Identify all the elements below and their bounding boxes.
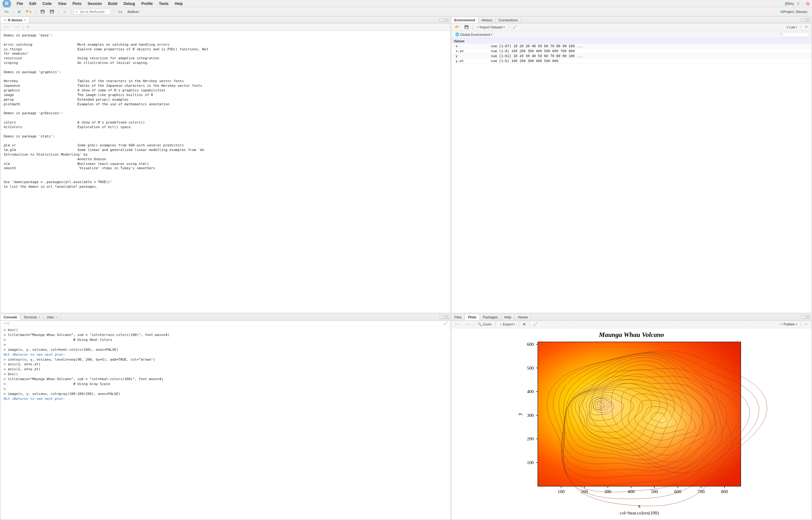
maximize-pane-button[interactable]: ▢ xyxy=(445,315,449,319)
tab-console[interactable]: Console xyxy=(1,314,20,320)
disks-icon: 💾 xyxy=(50,9,54,14)
menu-file[interactable]: File xyxy=(14,2,26,6)
env-search-input[interactable] xyxy=(779,32,810,37)
remove-icon: ✖ xyxy=(523,322,526,327)
menu-edit[interactable]: Edit xyxy=(26,2,40,6)
new-file-button[interactable]: ⊕ xyxy=(2,9,10,14)
minimize-pane-button[interactable]: – xyxy=(440,18,444,22)
save-all-button[interactable]: 💾 xyxy=(48,9,56,14)
source-toolbar: ⟵ ⟶ ⧉ xyxy=(1,24,450,31)
console-line: > xyxy=(4,387,447,392)
addins-button[interactable]: Addins xyxy=(125,9,141,14)
show-in-window-button[interactable]: ⧉ xyxy=(25,24,31,30)
menu-tools[interactable]: Tools xyxy=(156,2,172,6)
grid-icon: ▦ xyxy=(118,9,121,14)
project-menu[interactable]: ▣ Project: (None) xyxy=(778,9,810,14)
tab-help[interactable]: Help xyxy=(501,314,515,320)
env-scope-button[interactable]: 🌐 Global Environment xyxy=(453,32,495,37)
print-button[interactable]: 🖨 xyxy=(61,9,68,14)
prev-plot-button[interactable]: ⟵ xyxy=(453,322,462,327)
menu-plots[interactable]: Plots xyxy=(69,2,84,6)
x-tick-label: 400 xyxy=(628,489,635,494)
list-view-button[interactable]: ≡ List xyxy=(785,25,799,30)
clear-console-button[interactable]: 🧹 xyxy=(443,321,448,326)
close-icon[interactable]: × xyxy=(24,18,26,22)
y-axis-label: y xyxy=(516,413,523,415)
menu-profile[interactable]: Profile xyxy=(138,2,156,6)
disk-icon: 💾 xyxy=(41,9,45,14)
save-button[interactable]: 💾 xyxy=(39,9,47,14)
refresh-icon: ⟳ xyxy=(805,25,808,29)
minimize-pane-button[interactable]: – xyxy=(801,315,805,319)
load-workspace-button[interactable]: 📂 xyxy=(453,24,461,30)
tab-viewer[interactable]: Viewer xyxy=(515,314,531,320)
tab-terminal[interactable]: Terminal× xyxy=(20,314,43,320)
tab-history[interactable]: History xyxy=(479,17,496,23)
publish-button[interactable]: ⟳ Publish xyxy=(778,322,799,327)
zoom-button[interactable]: 🔍 Zoom xyxy=(476,322,493,327)
console-line: > image(x, y, volcano, col=heat.colors(1… xyxy=(4,347,447,352)
tab-files[interactable]: Files xyxy=(451,314,465,320)
menu-help[interactable]: Help xyxy=(172,2,186,6)
close-icon[interactable]: × xyxy=(56,316,57,319)
publish-label: Publish xyxy=(784,322,795,326)
plots-tabbar: FilesPlotsPackagesHelpViewer – ▢ xyxy=(451,314,811,321)
export-button[interactable]: ⤓ Export xyxy=(498,322,517,327)
env-row[interactable]: x.atnum [1:8] 100 200 300 400 500 600 70… xyxy=(451,49,811,54)
goto-file-input[interactable] xyxy=(74,9,110,15)
save-workspace-button[interactable]: 💾 xyxy=(462,24,471,30)
new-project-button[interactable]: ▣ xyxy=(16,9,23,14)
refresh-env-button[interactable]: ⟳ xyxy=(803,24,810,30)
env-row[interactable]: y.atnum [1:6] 100 200 300 400 500 600 xyxy=(451,59,811,63)
menu-code[interactable]: Code xyxy=(39,2,55,6)
power-icon[interactable]: ⏻ xyxy=(805,2,811,6)
maximize-pane-button[interactable]: ▢ xyxy=(806,18,810,22)
env-section-values: Values xyxy=(451,38,811,44)
tab-connections[interactable]: Connections xyxy=(496,17,521,23)
clear-plots-button[interactable]: 🧹 xyxy=(531,322,539,327)
source-tab-rdemos[interactable]: ▭ R demos × xyxy=(1,17,29,23)
tab-environment[interactable]: Environment xyxy=(451,17,479,23)
maximize-pane-button[interactable]: ▢ xyxy=(445,18,449,22)
maximize-pane-button[interactable]: ▢ xyxy=(806,315,810,319)
env-var-value: num [1:6] 100 200 300 400 500 600 xyxy=(491,59,809,63)
minimize-pane-button[interactable]: – xyxy=(440,315,444,319)
env-scope-label: Global Environment xyxy=(460,33,490,36)
back-button[interactable]: ⟵ xyxy=(2,24,11,30)
refresh-plot-button[interactable]: ⟳ xyxy=(803,322,810,327)
env-var-value: num [1:8] 100 200 300 400 500 600 700 80… xyxy=(491,49,809,53)
doc-icon: ▭ xyxy=(4,18,7,22)
menu-build[interactable]: Build xyxy=(105,2,121,6)
env-row[interactable]: ynum [1:61] 10 20 30 40 50 60 70 80 90 1… xyxy=(451,54,811,59)
forward-button[interactable]: ⟶ xyxy=(12,24,21,30)
tab-packages[interactable]: Packages xyxy=(480,314,501,320)
remove-plot-button[interactable]: ✖ xyxy=(521,322,528,327)
menu-debug[interactable]: Debug xyxy=(121,2,138,6)
list-icon: ≡ xyxy=(786,25,788,29)
signout-icon[interactable]: ⎘ xyxy=(796,2,801,6)
clear-env-button[interactable]: 🧹 xyxy=(511,24,519,30)
import-dataset-button[interactable]: ⇥ Import Dataset xyxy=(475,24,507,30)
close-icon[interactable]: × xyxy=(38,316,40,319)
console-output[interactable]: > box()> title(main="Maunga Whau Volcano… xyxy=(1,327,450,519)
tab-jobs[interactable]: Jobs× xyxy=(44,314,61,320)
project-cube-icon: ▣ xyxy=(780,9,783,14)
arrow-left-icon: ⟵ xyxy=(455,322,460,327)
env-row[interactable]: xnum [1:87] 10 20 30 40 50 60 70 80 90 1… xyxy=(451,44,811,49)
console-line: > axis(2, at=y.at) xyxy=(4,367,447,372)
env-tabbar: EnvironmentHistoryConnections – ▢ xyxy=(451,17,811,24)
y-tick-label: 100 xyxy=(527,460,534,465)
next-plot-button[interactable]: ⟶ xyxy=(463,322,472,327)
source-text[interactable]: Demos in package 'base': error.catching … xyxy=(1,31,450,313)
console-line: > box() xyxy=(4,328,447,333)
popout-icon[interactable]: ⧉ xyxy=(7,321,9,326)
tab-plots[interactable]: Plots xyxy=(465,314,480,320)
grid-button[interactable]: ▦ xyxy=(116,9,124,14)
goto-arrow-icon: ➔ xyxy=(75,10,78,13)
plot-subtitle: col=heat.colors(100) xyxy=(620,510,659,516)
open-file-button[interactable]: 📂 xyxy=(24,9,33,14)
minimize-pane-button[interactable]: – xyxy=(801,18,805,22)
menu-view[interactable]: View xyxy=(55,2,69,6)
menu-session[interactable]: Session xyxy=(85,2,105,6)
console-line: > image(x, y, volcano, col=gray(100:200/… xyxy=(4,392,447,396)
